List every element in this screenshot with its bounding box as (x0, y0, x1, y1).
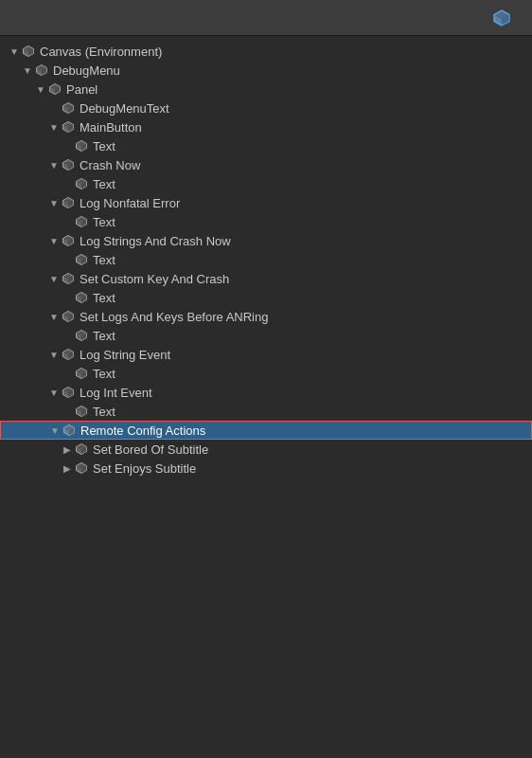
item-label: Text (93, 329, 115, 343)
cube-icon (61, 233, 76, 248)
item-label: DebugMenu (53, 63, 120, 78)
cube-icon (74, 442, 89, 457)
item-label: Remote Config Actions (80, 424, 205, 438)
expand-arrow[interactable] (61, 444, 74, 455)
tree-item[interactable]: Set Custom Key And Crash (0, 269, 532, 288)
tree-item[interactable]: Text (0, 212, 532, 231)
header (0, 0, 532, 36)
tree-item[interactable]: Text (0, 402, 532, 421)
cube-icon (74, 328, 89, 343)
header-cube-icon (492, 9, 511, 27)
cube-icon (61, 100, 76, 116)
tree-item[interactable]: DebugMenu (0, 61, 532, 80)
item-label: Canvas (Environment) (40, 45, 162, 59)
cube-icon (74, 404, 89, 419)
tree-item[interactable]: Text (0, 326, 532, 345)
tree-item[interactable]: Set Bored Of Subtitle (0, 440, 532, 459)
item-label: Text (93, 177, 115, 191)
tree-item[interactable]: Text (0, 364, 532, 383)
tree-item[interactable]: Log Nonfatal Error (0, 193, 532, 212)
item-label: Crash Now (80, 158, 140, 172)
cube-icon (61, 347, 76, 362)
cube-icon (61, 271, 76, 286)
tree-item[interactable]: DebugMenuText (0, 99, 532, 117)
expand-arrow[interactable] (8, 46, 21, 57)
expand-arrow[interactable] (47, 350, 61, 360)
header-title (492, 9, 519, 27)
tree-item[interactable]: Log String Event (0, 345, 532, 364)
tree-item[interactable]: Set Logs And Keys Before ANRing (0, 307, 532, 326)
item-label: Text (93, 215, 115, 229)
expand-arrow[interactable] (47, 160, 61, 171)
cube-icon (74, 214, 89, 229)
cube-icon (61, 195, 76, 210)
tree-item[interactable]: Text (0, 136, 532, 155)
tree-item[interactable]: Text (0, 250, 532, 269)
cube-icon (47, 81, 62, 97)
item-label: Set Enjoys Subtitle (93, 461, 196, 476)
cube-icon (61, 119, 76, 135)
expand-arrow[interactable] (47, 198, 61, 208)
cube-icon (74, 366, 89, 381)
item-label: Text (93, 291, 115, 305)
item-label: Log Nonfatal Error (80, 196, 180, 210)
tree-item[interactable]: Log Int Event (0, 383, 532, 402)
tree-item[interactable]: MainButton (0, 117, 532, 136)
cube-icon (61, 309, 76, 324)
tree-item[interactable]: Panel (0, 80, 532, 99)
item-label: Set Logs And Keys Before ANRing (80, 310, 268, 324)
cube-icon (21, 44, 36, 59)
expand-arrow[interactable] (47, 274, 61, 284)
tree-item[interactable]: Text (0, 288, 532, 307)
cube-icon (61, 385, 76, 400)
item-label: Set Custom Key And Crash (80, 272, 229, 286)
item-label: Text (93, 367, 115, 381)
expand-arrow[interactable] (47, 236, 61, 246)
item-label: DebugMenuText (80, 101, 169, 116)
item-label: MainButton (80, 120, 142, 135)
tree-container[interactable]: Canvas (Environment) DebugMenu Panel Deb… (0, 36, 532, 758)
cube-icon (74, 252, 89, 267)
cube-icon (62, 423, 77, 438)
item-label: Text (93, 405, 115, 419)
expand-arrow[interactable] (48, 425, 62, 436)
item-label: Text (93, 139, 115, 153)
cube-icon (74, 176, 89, 191)
item-label: Log Strings And Crash Now (80, 234, 231, 248)
tree-item[interactable]: Set Enjoys Subtitle (0, 459, 532, 478)
tree-item[interactable]: Crash Now (0, 155, 532, 174)
item-label: Panel (66, 82, 98, 97)
tree-item[interactable]: Log Strings And Crash Now (0, 231, 532, 250)
expand-arrow[interactable] (34, 84, 47, 95)
cube-icon (74, 460, 89, 476)
expand-arrow[interactable] (47, 312, 61, 322)
expand-arrow[interactable] (47, 388, 61, 398)
expand-arrow[interactable] (61, 463, 74, 474)
item-label: Log String Event (80, 348, 170, 362)
cube-icon (34, 63, 49, 78)
cube-icon (74, 138, 89, 153)
tree-item[interactable]: Text (0, 174, 532, 193)
expand-arrow[interactable] (47, 122, 61, 133)
item-label: Log Int Event (80, 386, 152, 400)
tree-item[interactable]: Remote Config Actions (0, 421, 532, 440)
cube-icon (74, 290, 89, 305)
tree-item[interactable]: Canvas (Environment) (0, 42, 532, 61)
cube-icon (61, 157, 76, 172)
item-label: Text (93, 253, 115, 267)
item-label: Set Bored Of Subtitle (93, 442, 208, 457)
expand-arrow[interactable] (21, 65, 34, 76)
